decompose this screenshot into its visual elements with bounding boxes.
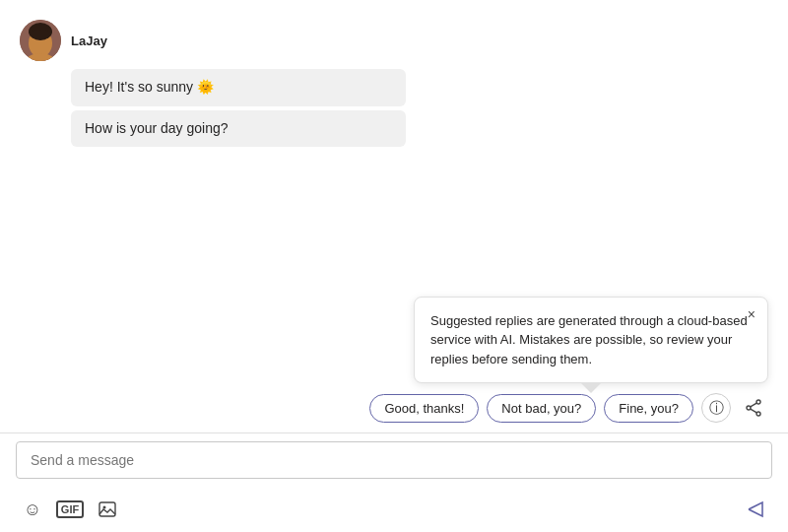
tooltip-text: Suggested replies are generated through … (430, 313, 748, 366)
svg-rect-9 (99, 502, 115, 516)
toolbar: ☺ GIF (0, 487, 788, 532)
svg-point-4 (756, 400, 760, 404)
ai-disclaimer-tooltip: × Suggested replies are generated throug… (414, 297, 768, 384)
info-button[interactable]: ⓘ (701, 393, 731, 423)
sender-info: LaJay (20, 20, 768, 61)
reply-chip-2[interactable]: Not bad, you? (487, 394, 596, 423)
message-input[interactable] (16, 441, 772, 479)
svg-point-6 (747, 406, 751, 410)
reply-chip-1[interactable]: Good, thanks! (369, 394, 479, 423)
image-button[interactable] (91, 493, 124, 526)
reply-chip-3[interactable]: Fine, you? (604, 394, 693, 423)
message-bubble-1: Hey! It's so sunny 🌞 (71, 69, 406, 106)
sender-name: LaJay (71, 33, 107, 48)
avatar (20, 20, 61, 61)
input-area (0, 432, 788, 487)
share-button[interactable] (739, 393, 768, 423)
send-button[interactable] (739, 493, 772, 526)
messages-group: Hey! It's so sunny 🌞 How is your day goi… (71, 69, 768, 147)
svg-point-10 (103, 506, 106, 509)
replies-row: Good, thanks! Not bad, you? Fine, you? ⓘ (369, 393, 768, 423)
svg-line-8 (751, 409, 756, 413)
suggested-replies-area: × Suggested replies are generated throug… (0, 297, 788, 433)
message-bubble-2: How is your day going? (71, 110, 406, 148)
tooltip-close-button[interactable]: × (748, 307, 755, 321)
svg-line-7 (751, 403, 756, 407)
emoji-button[interactable]: ☺ (16, 493, 49, 526)
svg-point-5 (756, 412, 760, 416)
messages-area: LaJay Hey! It's so sunny 🌞 How is your d… (0, 0, 788, 297)
gif-button[interactable]: GIF (53, 493, 87, 526)
chat-container: LaJay Hey! It's so sunny 🌞 How is your d… (0, 0, 788, 532)
